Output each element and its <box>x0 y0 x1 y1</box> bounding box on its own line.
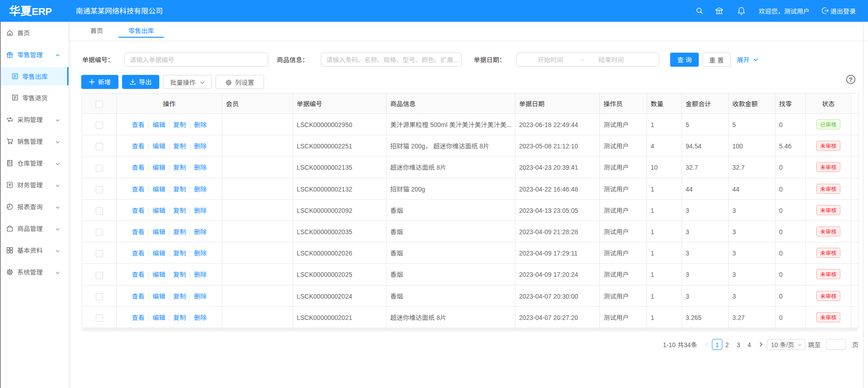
svg-text:?: ? <box>849 76 853 83</box>
